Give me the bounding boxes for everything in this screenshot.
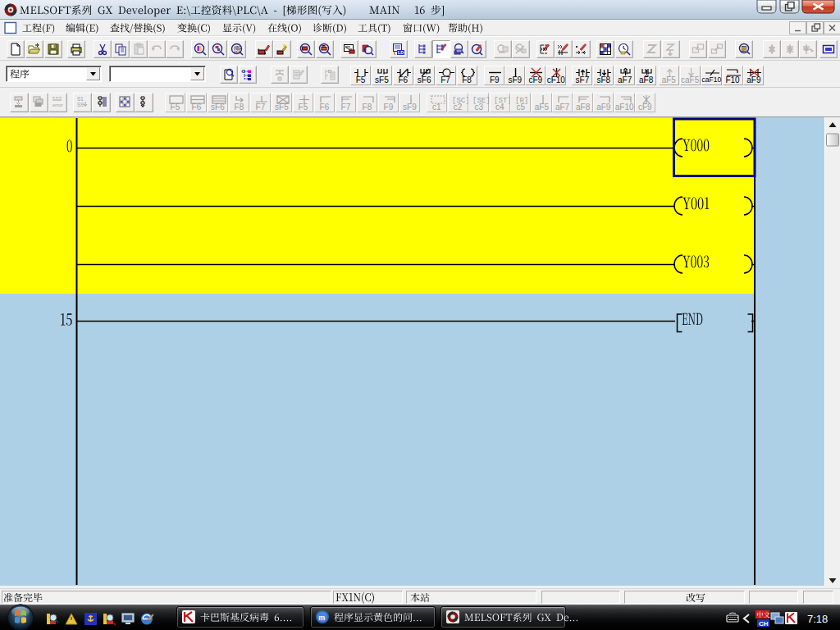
- svg-text:S9: S9: [77, 102, 84, 107]
- svg-text:7:18: 7:18: [807, 613, 828, 625]
- svg-text:LD: LD: [398, 50, 404, 55]
- svg-text:S1: S1: [77, 96, 84, 102]
- svg-text:CH: CH: [759, 620, 769, 628]
- svg-text:error: error: [52, 103, 63, 107]
- svg-text:123: 123: [234, 49, 240, 53]
